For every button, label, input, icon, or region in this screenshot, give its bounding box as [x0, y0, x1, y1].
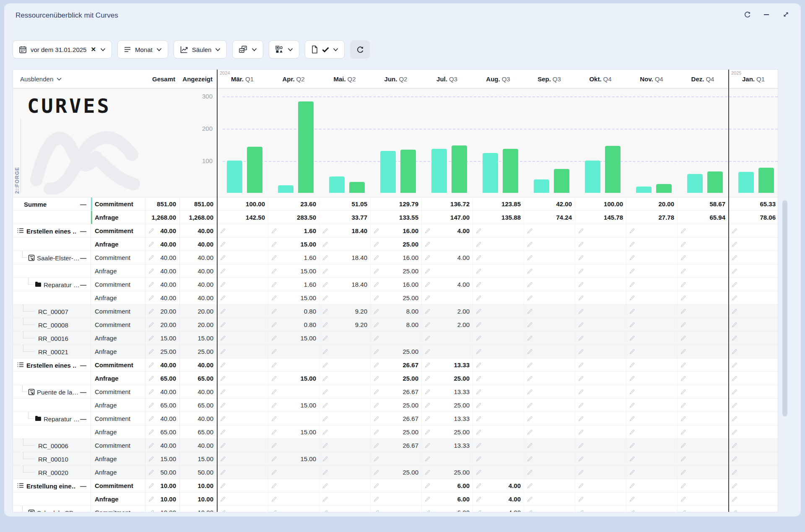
- edit-pencil-icon[interactable]: [220, 469, 226, 475]
- edit-pencil-icon[interactable]: [373, 429, 379, 435]
- edit-pencil-icon[interactable]: [373, 402, 379, 408]
- edit-pencil-icon[interactable]: [322, 268, 328, 274]
- edit-pencil-icon[interactable]: [578, 254, 584, 261]
- clear-filter-icon[interactable]: ✕: [90, 46, 96, 53]
- edit-pencil-icon[interactable]: [475, 496, 482, 502]
- edit-pencil-icon[interactable]: [271, 295, 277, 301]
- edit-pencil-icon[interactable]: [475, 389, 482, 395]
- edit-pencil-icon[interactable]: [527, 335, 533, 341]
- edit-pencil-icon[interactable]: [629, 281, 635, 288]
- edit-pencil-icon[interactable]: [629, 295, 635, 301]
- edit-pencil-icon[interactable]: [322, 362, 328, 368]
- edit-pencil-icon[interactable]: [322, 241, 328, 247]
- edit-pencil-icon[interactable]: [424, 483, 431, 489]
- confirm-document-button[interactable]: [305, 40, 345, 59]
- edit-pencil-icon[interactable]: [373, 308, 379, 314]
- edit-pencil-icon[interactable]: [271, 509, 277, 512]
- edit-pencil-icon[interactable]: [527, 483, 533, 489]
- edit-pencil-icon[interactable]: [475, 322, 482, 328]
- edit-pencil-icon[interactable]: [220, 295, 226, 301]
- edit-pencil-icon[interactable]: [271, 228, 277, 234]
- edit-pencil-icon[interactable]: [475, 254, 482, 261]
- edit-pencil-icon[interactable]: [424, 228, 431, 234]
- edit-pencil-icon[interactable]: [148, 456, 154, 462]
- edit-pencil-icon[interactable]: [475, 241, 482, 247]
- edit-pencil-icon[interactable]: [527, 469, 533, 475]
- edit-pencil-icon[interactable]: [578, 415, 584, 422]
- edit-pencil-icon[interactable]: [148, 362, 154, 368]
- edit-pencil-icon[interactable]: [373, 509, 379, 512]
- collapse-toggle[interactable]: —: [80, 254, 86, 261]
- edit-pencil-icon[interactable]: [373, 295, 379, 301]
- refresh-icon[interactable]: [743, 10, 751, 18]
- edit-pencil-icon[interactable]: [424, 442, 431, 449]
- edit-pencil-icon[interactable]: [475, 415, 482, 422]
- edit-pencil-icon[interactable]: [527, 254, 533, 261]
- collapse-toggle[interactable]: —: [80, 227, 86, 234]
- edit-pencil-icon[interactable]: [322, 281, 328, 288]
- edit-pencil-icon[interactable]: [680, 335, 686, 341]
- edit-pencil-icon[interactable]: [629, 496, 635, 502]
- edit-pencil-icon[interactable]: [220, 228, 226, 234]
- edit-pencil-icon[interactable]: [680, 389, 686, 395]
- edit-pencil-icon[interactable]: [527, 402, 533, 408]
- refresh-data-button[interactable]: [350, 40, 370, 59]
- edit-pencil-icon[interactable]: [424, 308, 431, 314]
- edit-pencil-icon[interactable]: [680, 456, 686, 462]
- edit-pencil-icon[interactable]: [629, 268, 635, 274]
- edit-pencil-icon[interactable]: [322, 348, 328, 355]
- edit-pencil-icon[interactable]: [271, 429, 277, 435]
- edit-pencil-icon[interactable]: [629, 254, 635, 261]
- edit-pencil-icon[interactable]: [680, 402, 686, 408]
- edit-pencil-icon[interactable]: [578, 241, 584, 247]
- edit-pencil-icon[interactable]: [629, 456, 635, 462]
- edit-pencil-icon[interactable]: [271, 442, 277, 449]
- edit-pencil-icon[interactable]: [220, 442, 226, 449]
- edit-pencil-icon[interactable]: [731, 456, 737, 462]
- edit-pencil-icon[interactable]: [629, 402, 635, 408]
- edit-pencil-icon[interactable]: [527, 375, 533, 381]
- edit-pencil-icon[interactable]: [148, 469, 154, 475]
- edit-pencil-icon[interactable]: [220, 456, 226, 462]
- edit-pencil-icon[interactable]: [148, 335, 154, 341]
- edit-pencil-icon[interactable]: [271, 348, 277, 355]
- edit-pencil-icon[interactable]: [322, 496, 328, 502]
- edit-pencil-icon[interactable]: [475, 375, 482, 381]
- edit-pencil-icon[interactable]: [680, 308, 686, 314]
- edit-pencil-icon[interactable]: [148, 322, 154, 328]
- edit-pencil-icon[interactable]: [731, 402, 737, 408]
- edit-pencil-icon[interactable]: [271, 281, 277, 288]
- edit-pencil-icon[interactable]: [322, 375, 328, 381]
- edit-pencil-icon[interactable]: [424, 362, 431, 368]
- edit-pencil-icon[interactable]: [322, 322, 328, 328]
- edit-pencil-icon[interactable]: [424, 415, 431, 422]
- edit-pencil-icon[interactable]: [629, 335, 635, 341]
- edit-pencil-icon[interactable]: [527, 415, 533, 422]
- edit-pencil-icon[interactable]: [527, 348, 533, 355]
- edit-pencil-icon[interactable]: [373, 241, 379, 247]
- edit-pencil-icon[interactable]: [373, 362, 379, 368]
- edit-pencil-icon[interactable]: [731, 442, 737, 449]
- edit-pencil-icon[interactable]: [578, 442, 584, 449]
- edit-pencil-icon[interactable]: [680, 469, 686, 475]
- edit-pencil-icon[interactable]: [424, 254, 431, 261]
- edit-pencil-icon[interactable]: [527, 389, 533, 395]
- edit-pencil-icon[interactable]: [680, 362, 686, 368]
- edit-pencil-icon[interactable]: [373, 456, 379, 462]
- edit-pencil-icon[interactable]: [731, 469, 737, 475]
- edit-pencil-icon[interactable]: [475, 483, 482, 489]
- edit-pencil-icon[interactable]: [578, 389, 584, 395]
- edit-pencil-icon[interactable]: [373, 389, 379, 395]
- edit-pencil-icon[interactable]: [527, 295, 533, 301]
- edit-pencil-icon[interactable]: [680, 415, 686, 422]
- vertical-scrollbar-thumb[interactable]: [782, 200, 787, 416]
- edit-pencil-icon[interactable]: [578, 348, 584, 355]
- edit-pencil-icon[interactable]: [629, 389, 635, 395]
- edit-pencil-icon[interactable]: [731, 254, 737, 261]
- edit-pencil-icon[interactable]: [322, 254, 328, 261]
- collapse-toggle[interactable]: —: [80, 415, 86, 422]
- edit-pencil-icon[interactable]: [629, 469, 635, 475]
- edit-pencil-icon[interactable]: [322, 509, 328, 512]
- edit-pencil-icon[interactable]: [424, 429, 431, 435]
- collapse-toggle[interactable]: —: [80, 361, 86, 369]
